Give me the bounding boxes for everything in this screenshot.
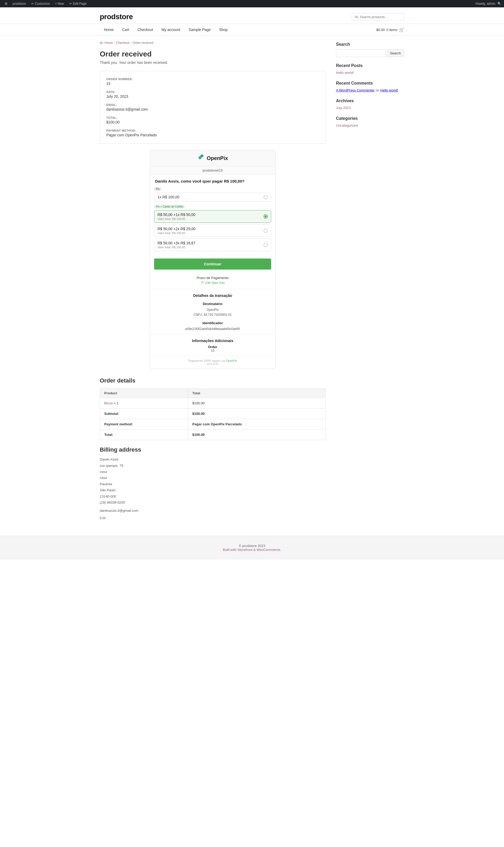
openpix-order-label: Order: [154, 345, 271, 349]
sidebar-recent-post-1[interactable]: Hello world!: [336, 71, 404, 75]
order-product-link[interactable]: Blusa: [104, 401, 113, 405]
order-total-row: TOTAL: $100.00: [106, 116, 319, 124]
nav-link-sample[interactable]: Sample Page: [184, 24, 215, 35]
openpix-option-3-main: R$ 50,00 +2x R$ 25,00: [158, 227, 195, 231]
order-email-value: daniloassis.ti@gmail.com: [106, 107, 319, 111]
openpix-payment-deadline: Prazo de Pagamento ⏱ 23h 56m 54s: [150, 274, 275, 288]
cart-icon[interactable]: 🛒: [399, 27, 404, 32]
openpix-store-name: prodstore#15: [150, 166, 275, 175]
openpix-deadline-label: Prazo de Pagamento: [154, 276, 271, 280]
site-header: prodstore: [0, 7, 504, 24]
openpix-radio-3: [264, 228, 268, 233]
openpix-widget: OpenPix prodstore#15 Danilo Assis, como …: [150, 150, 276, 369]
nav-item-sample[interactable]: Sample Page: [184, 24, 215, 35]
nav-item-checkout[interactable]: Checkout: [133, 24, 157, 35]
admin-bar-items: ⊞ prodstore ✏ Customize + New ✏ Edit Pag…: [3, 0, 476, 7]
nav-links: Home Cart Checkout My account Sample Pag…: [100, 24, 232, 35]
order-info-box: ORDER NUMBER: 15 DATE: July 20, 2023 EMA…: [100, 71, 325, 144]
sidebar-search-input[interactable]: [336, 49, 385, 57]
footer-built-with[interactable]: Built with Storefront & WooCommerce.: [223, 548, 281, 552]
openpix-badge-pix: Pix: [154, 187, 271, 193]
openpix-identificador-label: Identificador: [154, 321, 271, 326]
breadcrumb: ⊞› Home › Checkout › Order received: [100, 41, 325, 45]
billing-comp2: casa: [100, 476, 107, 480]
admin-howdy: Howdy, admin: [476, 2, 495, 5]
admin-bar-edit-page[interactable]: ✏ Edit Page: [67, 0, 89, 7]
order-payment-row: PAYMENT METHOD: Pagar com OpenPix Parcel…: [106, 129, 319, 137]
openpix-option-4-sub: Valor total: R$ 100,00: [158, 246, 195, 249]
admin-bar-new[interactable]: + New: [53, 0, 66, 7]
admin-bar: ⊞ prodstore ✏ Customize + New ✏ Edit Pag…: [0, 0, 504, 7]
header-inner: prodstore: [94, 13, 410, 21]
nav-item-shop[interactable]: Shop: [215, 24, 232, 35]
sidebar-comment-post-link[interactable]: Hello world!: [380, 88, 398, 92]
nav-link-myaccount[interactable]: My account: [157, 24, 184, 35]
sidebar-archive-1[interactable]: July 2023: [336, 106, 404, 110]
openpix-header: OpenPix: [150, 150, 275, 166]
order-date-row: DATE: July 20, 2023: [106, 90, 319, 99]
admin-bar-customize[interactable]: ✏ Customize: [29, 0, 52, 7]
order-number-label: ORDER NUMBER:: [106, 77, 319, 81]
openpix-order-info: Order 15: [150, 344, 275, 356]
billing-state: São Paulo: [100, 488, 115, 492]
nav-link-shop[interactable]: Shop: [215, 24, 232, 35]
order-payment-value: Pagar com OpenPix Parcelado: [106, 133, 319, 137]
admin-search-icon[interactable]: 🔍: [498, 2, 501, 5]
openpix-footer-link[interactable]: OpenPix: [226, 359, 237, 362]
openpix-transaction-title: Detalhes da transação: [150, 290, 275, 300]
admin-bar-site[interactable]: prodstore: [11, 0, 28, 7]
sidebar-comment-on: on: [376, 88, 380, 92]
openpix-option-3-text: R$ 50,00 +2x R$ 25,00 Valor total: R$ 10…: [158, 227, 195, 235]
nav-inner: Home Cart Checkout My account Sample Pag…: [94, 24, 410, 35]
openpix-logo-text: OpenPix: [206, 155, 228, 161]
sidebar-archives-title: Archives: [336, 99, 404, 103]
sidebar-archives-section: Archives July 2023: [336, 99, 404, 110]
header-search-input[interactable]: [352, 13, 404, 21]
openpix-option-group: Pix 1x R$ 100,00 Pix + Cartão de Crédito: [150, 187, 275, 255]
header-search: [352, 13, 404, 21]
nav-item-home[interactable]: Home: [100, 24, 118, 35]
table-row-total: Total: $100.00: [100, 430, 325, 440]
sidebar-recent-posts-section: Recent Posts Hello world!: [336, 63, 404, 75]
openpix-option-1[interactable]: 1x R$ 100,00: [154, 193, 271, 202]
order-date-value: July 20, 2023: [106, 94, 319, 99]
openpix-divider-1: [150, 289, 275, 289]
order-received-message: Thank you. Your order has been received.: [100, 60, 325, 65]
billing-street: rua openpix, 75: [100, 464, 123, 468]
breadcrumb-home[interactable]: Home: [105, 41, 113, 45]
sidebar-categories-section: Categories Uncategorized: [336, 116, 404, 127]
edit-icon: ✏: [69, 2, 72, 5]
sidebar-commenter-link[interactable]: A WordPress Commenter: [336, 88, 375, 92]
order-email-row: EMAIL: daniloassis.ti@gmail.com: [106, 103, 319, 111]
order-email-label: EMAIL:: [106, 103, 319, 106]
admin-bar-wp[interactable]: ⊞: [3, 0, 10, 7]
breadcrumb-sep2: ›: [130, 41, 131, 45]
table-row-payment: Payment method: Pagar com OpenPix Parcel…: [100, 419, 325, 430]
breadcrumb-checkout[interactable]: Checkout: [116, 41, 129, 45]
wp-logo-icon: ⊞: [5, 2, 7, 5]
openpix-option-2[interactable]: R$ 50,00 +1x R$ 50,00 Valor total: R$ 10…: [154, 210, 271, 223]
nav-link-cart[interactable]: Cart: [118, 24, 133, 35]
billing-email-div: daniloassis.ti@gmail.com: [100, 507, 325, 514]
order-payment-label: PAYMENT METHOD:: [106, 129, 319, 132]
openpix-continue-button[interactable]: Continuar: [154, 259, 271, 270]
order-total-label: TOTAL:: [106, 116, 319, 119]
openpix-footer-sub: v4.6.0-61: [206, 362, 219, 365]
sidebar-search-section: Search Search: [336, 42, 404, 57]
openpix-option-4[interactable]: R$ 50,00 +3x R$ 16,67 Valor total: R$ 10…: [154, 239, 271, 251]
nav-item-myaccount[interactable]: My account: [157, 24, 184, 35]
order-payment-label: Payment method:: [100, 419, 188, 430]
openpix-option-3[interactable]: R$ 50,00 +2x R$ 25,00 Valor total: R$ 10…: [154, 224, 271, 237]
openpix-timer-icon: ⏱: [201, 281, 204, 285]
sidebar-search-button[interactable]: Search: [387, 49, 404, 57]
nav-item-cart[interactable]: Cart: [118, 24, 133, 35]
openpix-footer-text: Pagamento 100% seguro via: [188, 359, 225, 362]
page-wrapper: prodstore Home Cart Checkout My account …: [0, 7, 504, 847]
billing-phone: (19) 98338-0205: [100, 500, 125, 504]
sidebar-category-1[interactable]: Uncategorized: [336, 123, 404, 127]
nav-link-checkout[interactable]: Checkout: [133, 24, 157, 35]
table-row-subtotal: Subtotal: $100.00: [100, 409, 325, 419]
nav-link-home[interactable]: Home: [100, 24, 118, 35]
billing-edit-link[interactable]: Edit: [100, 516, 106, 520]
billing-city: Paulínia: [100, 482, 112, 486]
